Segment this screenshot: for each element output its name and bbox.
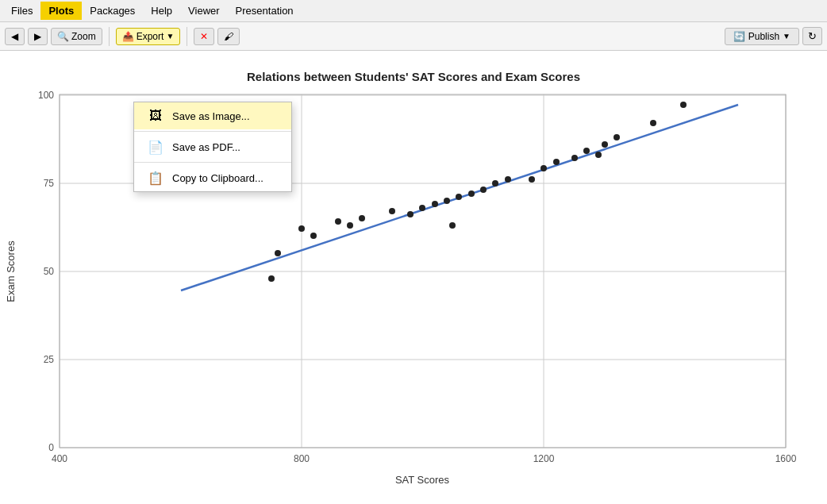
save-image-item[interactable]: 🖼 Save as Image... [134,102,291,129]
menu-plots[interactable]: Plots [40,2,82,20]
chart-title: Relations between Students' SAT Scores a… [247,70,580,83]
copy-clipboard-label: Copy to Clipboard... [172,172,263,184]
separator-2 [187,27,187,46]
brush-button[interactable]: 🖌 [217,28,240,45]
svg-point-49 [650,120,656,126]
refresh-button[interactable]: ↻ [802,27,822,45]
svg-point-46 [595,152,602,158]
menu-packages[interactable]: Packages [82,2,143,20]
save-image-label: Save as Image... [172,110,250,122]
svg-point-28 [347,222,353,229]
svg-text:100: 100 [38,90,54,101]
clear-icon: ✕ [200,31,208,42]
svg-text:75: 75 [44,178,55,189]
chart-svg: Relations between Students' SAT Scores a… [0,51,827,504]
svg-point-36 [456,194,462,200]
svg-text:SAT Scores: SAT Scores [395,474,450,486]
svg-point-45 [583,148,590,154]
export-dropdown: 🖼 Save as Image... 📄 Save as PDF... 📋 Co… [133,102,292,192]
publish-label: Publish [748,31,779,42]
zoom-button[interactable]: 🔍 Zoom [51,28,102,45]
svg-point-41 [529,176,535,183]
svg-point-47 [602,141,608,148]
svg-point-34 [444,198,450,204]
svg-point-25 [298,225,305,232]
svg-text:0: 0 [48,442,54,453]
svg-text:50: 50 [44,266,55,277]
menu-viewer[interactable]: Viewer [180,2,228,20]
menubar: Files Plots Packages Help Viewer Present… [0,0,827,22]
svg-point-42 [540,165,547,171]
svg-point-31 [407,211,414,217]
svg-point-38 [480,187,487,193]
dropdown-sep-1 [134,131,291,132]
svg-point-44 [571,155,578,161]
svg-point-26 [310,233,317,239]
menu-help[interactable]: Help [143,2,180,20]
zoom-label: Zoom [71,31,96,42]
svg-point-27 [335,218,341,225]
svg-text:25: 25 [44,354,55,365]
plot-container: 🖼 Save as Image... 📄 Save as PDF... 📋 Co… [0,51,827,504]
clear-button[interactable]: ✕ [194,28,214,45]
export-button[interactable]: 📤 Export ▼ [116,28,181,45]
svg-point-43 [553,159,560,165]
svg-point-32 [419,205,425,211]
svg-point-40 [505,176,511,183]
menu-presentation[interactable]: Presentation [228,2,302,20]
svg-text:800: 800 [294,453,310,464]
pdf-icon: 📄 [147,140,164,154]
forward-icon: ▶ [34,31,41,42]
dropdown-sep-2 [134,162,291,163]
svg-point-35 [449,222,456,229]
clipboard-icon: 📋 [147,171,164,185]
svg-point-50 [680,102,687,108]
svg-text:Exam Scores: Exam Scores [5,240,17,302]
export-icon: 📤 [122,31,134,42]
back-button[interactable]: ◀ [5,28,25,45]
svg-text:1200: 1200 [533,453,555,464]
export-chevron-icon: ▼ [166,32,174,40]
svg-point-24 [275,250,281,256]
toolbar: ◀ ▶ 🔍 Zoom 📤 Export ▼ ✕ 🖌 🔄 Publish ▼ ↻ [0,22,827,51]
save-pdf-label: Save as PDF... [172,141,240,153]
svg-point-37 [468,190,475,197]
separator-1 [109,27,110,46]
forward-button[interactable]: ▶ [28,28,48,45]
export-label: Export [137,31,164,42]
zoom-icon: 🔍 [57,31,69,42]
publish-chevron-icon: ▼ [783,32,790,40]
publish-icon: 🔄 [733,31,745,42]
menu-files[interactable]: Files [3,2,40,20]
publish-button[interactable]: 🔄 Publish ▼ [725,28,799,45]
svg-point-23 [268,275,275,282]
svg-text:400: 400 [52,453,67,464]
brush-icon: 🖌 [224,31,233,42]
image-icon: 🖼 [147,109,164,123]
svg-point-48 [614,134,620,140]
svg-point-30 [389,208,395,214]
svg-point-33 [432,201,438,207]
back-icon: ◀ [11,31,18,42]
copy-clipboard-item[interactable]: 📋 Copy to Clipboard... [134,164,291,191]
svg-text:1600: 1600 [775,453,797,464]
svg-point-29 [359,215,365,221]
svg-point-39 [492,180,498,187]
save-pdf-item[interactable]: 📄 Save as PDF... [134,133,291,160]
refresh-icon: ↻ [808,30,817,42]
